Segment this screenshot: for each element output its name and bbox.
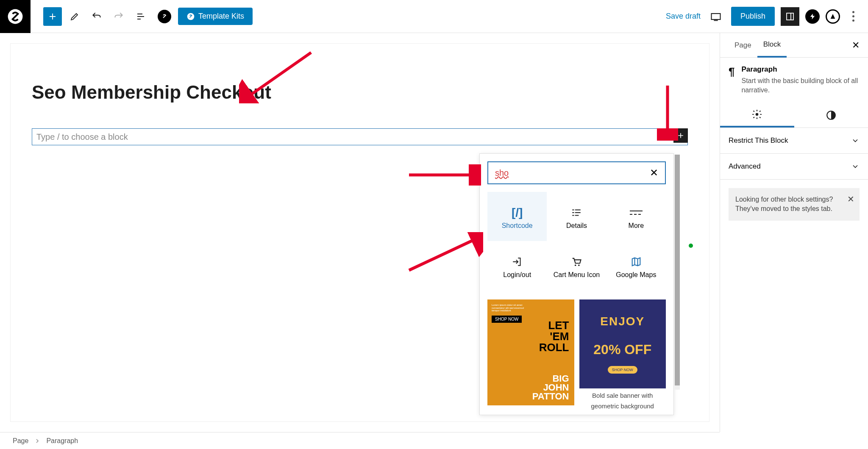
- block-name: Paragraph: [741, 65, 860, 74]
- document-overview-icon[interactable]: [131, 7, 150, 26]
- block-picker-search[interactable]: sho ✕: [487, 161, 666, 184]
- breadcrumb-page[interactable]: Page: [13, 437, 28, 445]
- breadcrumb: Page Paragraph: [0, 432, 720, 449]
- svg-point-4: [756, 113, 759, 116]
- picker-scrollbar[interactable]: [675, 155, 680, 390]
- paragraph-block[interactable]: Type / to choose a block: [32, 128, 688, 145]
- redo-icon[interactable]: [109, 7, 128, 26]
- svg-point-7: [579, 264, 580, 266]
- preview-icon[interactable]: [707, 7, 725, 26]
- pattern-card-1[interactable]: Lorem ipsum dolor sit amet consectetur e…: [487, 299, 574, 410]
- block-picker-popover: sho ✕ [/] Shortcode Details More Login/o…: [479, 153, 674, 415]
- page-title[interactable]: Seo Membership Checkout: [32, 82, 688, 103]
- block-option-details[interactable]: Details: [547, 192, 606, 241]
- paragraph-icon: ¶: [729, 65, 734, 95]
- status-dot: [689, 244, 693, 248]
- add-block-inline-button[interactable]: [673, 128, 688, 143]
- breadcrumb-block[interactable]: Paragraph: [46, 437, 78, 445]
- settings-tab-styles[interactable]: [794, 103, 868, 127]
- tip-close-icon[interactable]: ✕: [847, 193, 854, 205]
- svg-rect-3: [787, 13, 793, 20]
- svg-rect-2: [711, 14, 720, 19]
- more-options-icon[interactable]: [846, 11, 860, 22]
- tab-page[interactable]: Page: [729, 33, 757, 58]
- block-option-shortcode[interactable]: [/] Shortcode: [487, 192, 547, 241]
- block-option-login[interactable]: Login/out: [487, 241, 547, 290]
- block-option-cart[interactable]: Cart Menu Icon: [547, 241, 606, 290]
- settings-sidebar: Page Block ✕ ¶ Paragraph Start with the …: [720, 33, 868, 432]
- block-placeholder: Type / to choose a block: [36, 132, 683, 142]
- edit-tool-icon[interactable]: [65, 7, 84, 26]
- template-kits-label: Template Kits: [198, 12, 244, 21]
- site-logo[interactable]: [0, 0, 31, 33]
- plugin-icon-2[interactable]: [826, 9, 840, 24]
- settings-tip: Looking for other block settings? They'v…: [729, 188, 860, 221]
- panel-advanced[interactable]: Advanced: [720, 154, 868, 180]
- plugin-icon-1[interactable]: [805, 9, 820, 24]
- search-value: sho: [495, 168, 650, 178]
- tab-block[interactable]: Block: [757, 33, 787, 58]
- pattern-card-2[interactable]: ENJOY 20% OFF SHOP NOW Bold sale banner …: [579, 299, 666, 410]
- settings-toggle-icon[interactable]: [781, 7, 799, 26]
- template-kits-button[interactable]: Template Kits: [178, 8, 253, 25]
- undo-icon[interactable]: [87, 7, 106, 26]
- publish-button[interactable]: Publish: [731, 7, 775, 26]
- block-description: Start with the basic building block of a…: [741, 76, 860, 95]
- envato-icon[interactable]: [158, 10, 171, 23]
- svg-point-6: [575, 264, 576, 266]
- settings-tab-general[interactable]: [720, 103, 794, 127]
- save-draft-button[interactable]: Save draft: [666, 12, 701, 21]
- block-option-maps[interactable]: Google Maps: [606, 241, 666, 290]
- panel-restrict-block[interactable]: Restrict This Block: [720, 128, 868, 154]
- block-option-more[interactable]: More: [606, 192, 666, 241]
- clear-search-icon[interactable]: ✕: [650, 167, 658, 179]
- close-sidebar-icon[interactable]: ✕: [852, 40, 860, 51]
- add-block-toolbar-button[interactable]: [43, 7, 62, 26]
